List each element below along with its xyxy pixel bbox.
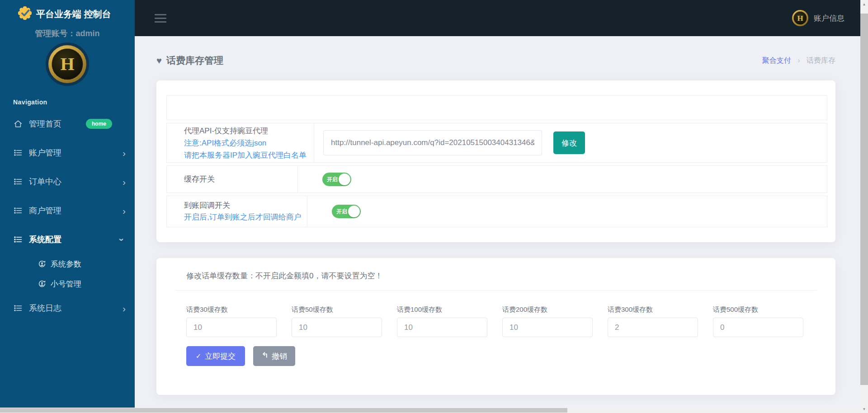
home-icon	[14, 119, 23, 128]
main-content: ♥ 话费库存管理 聚合支付 › 话费库存 代理API-仅支持豌豆代理 注意:AP…	[135, 36, 860, 408]
list-icon	[14, 148, 23, 157]
divider	[175, 290, 817, 291]
topbar-avatar: H	[792, 10, 808, 26]
hamburger-menu-icon[interactable]	[154, 11, 167, 25]
proxy-api-title: 代理API-仅支持豌豆代理	[184, 125, 314, 137]
proxy-api-note-1: 注意:API格式必须选json	[184, 137, 314, 149]
cache-toggle[interactable]: 开启	[322, 173, 351, 186]
callback-switch-labels: 到账回调开关 开启后,订单到账之后才回调给商户	[167, 196, 307, 227]
stock-note: 修改话单缓存数量：不开启此金额填0，请不要设置为空！	[186, 271, 808, 281]
modify-button[interactable]: 修改	[553, 131, 585, 154]
stock-fields: 话费30缓存数 话费50缓存数 话费100缓存数 话费200缓存数 话费300缓…	[186, 305, 808, 337]
vertical-scrollbar-thumb[interactable]	[860, 14, 868, 385]
stock-field-label: 话费300缓存数	[608, 305, 698, 314]
chevron-right-icon: ›	[123, 148, 126, 158]
user-sync-icon	[38, 280, 46, 288]
stock-field-100: 话费100缓存数	[397, 305, 487, 337]
brand[interactable]: 平台业务端 控制台	[0, 0, 135, 22]
account-info-label: 账户信息	[814, 13, 844, 23]
sidebar-item-label: 商户管理	[29, 205, 61, 216]
list-icon	[14, 235, 23, 244]
sidebar: 平台业务端 控制台 管理账号：admin H Navigation 管理首页 h…	[0, 0, 135, 413]
stock-100-input[interactable]	[397, 318, 487, 337]
callback-toggle-label: 开启	[336, 208, 347, 216]
cache-switch-row: 缓存开关 开启	[166, 165, 827, 193]
stock-50-input[interactable]	[292, 318, 382, 337]
brand-badge-icon	[18, 6, 32, 22]
cache-toggle-label: 开启	[327, 175, 338, 183]
sidebar-avatar[interactable]: H	[46, 42, 89, 86]
sidebar-subitem-label: 系统参数	[51, 259, 81, 269]
breadcrumb: 聚合支付 › 话费库存	[762, 56, 835, 66]
chevron-right-icon: ›	[123, 177, 126, 187]
config-card: 代理API-仅支持豌豆代理 注意:API格式必须选json 请把本服务器IP加入…	[156, 80, 835, 242]
undo-button[interactable]: 撤销	[253, 346, 295, 366]
topbar: H 账户信息	[135, 0, 860, 36]
scroll-down-arrow-icon[interactable]: ▼	[860, 405, 868, 413]
sidebar-item-label: 账户管理	[29, 147, 61, 158]
stock-field-label: 话费500缓存数	[713, 305, 803, 314]
check-icon: ✓	[196, 352, 202, 360]
sidebar-item-label: 系统配置	[29, 234, 61, 245]
stock-actions: ✓ 立即提交 撤销	[186, 346, 808, 366]
stock-field-label: 话费30缓存数	[186, 305, 277, 314]
proxy-api-input[interactable]	[323, 130, 542, 155]
page-title: ♥ 话费库存管理	[156, 54, 223, 67]
stock-card: 修改话单缓存数量：不开启此金额填0，请不要设置为空！ 话费30缓存数 话费50缓…	[156, 258, 835, 395]
sidebar-item-label: 订单中心	[29, 176, 61, 187]
stock-30-input[interactable]	[186, 318, 277, 337]
proxy-api-row: 代理API-仅支持豌豆代理 注意:API格式必须选json 请把本服务器IP加入…	[166, 123, 827, 163]
stock-field-label: 话费50缓存数	[292, 305, 382, 314]
horizontal-scrollbar[interactable]	[0, 408, 860, 413]
sidebar-item-label: 管理首页	[29, 118, 61, 129]
sidebar-nav: 管理首页 home 账户管理 › 订单中心 ›	[0, 109, 135, 321]
page-header: ♥ 话费库存管理 聚合支付 › 话费库存	[156, 52, 835, 69]
sidebar-item-accounts[interactable]: 账户管理 ›	[0, 138, 135, 167]
admin-account-label: 管理账号：admin	[0, 28, 135, 39]
stock-200-input[interactable]	[502, 318, 593, 337]
account-info-button[interactable]: H 账户信息	[792, 10, 844, 26]
stock-500-input[interactable]	[713, 318, 803, 337]
brand-title: 平台业务端 控制台	[36, 8, 111, 20]
nav-section-label: Navigation	[13, 99, 135, 106]
callback-switch-hint: 开启后,订单到账之后才回调给商户	[184, 211, 307, 223]
sidebar-item-dashboard[interactable]: 管理首页 home	[0, 109, 135, 138]
chevron-down-icon: ›	[118, 238, 127, 241]
callback-toggle[interactable]: 开启	[332, 205, 361, 218]
sidebar-item-merchants[interactable]: 商户管理 ›	[0, 196, 135, 225]
list-icon	[14, 206, 23, 215]
toggle-knob	[339, 174, 350, 185]
heart-icon: ♥	[156, 56, 162, 66]
sidebar-subitem-alt-accounts[interactable]: 小号管理	[0, 274, 135, 294]
list-icon	[14, 304, 23, 313]
vertical-scrollbar[interactable]: ▲ ▼	[860, 0, 868, 413]
callback-switch-row: 到账回调开关 开启后,订单到账之后才回调给商户 开启	[166, 196, 827, 227]
breadcrumb-separator: ›	[797, 56, 800, 64]
callback-switch-label: 到账回调开关	[184, 200, 307, 211]
config-empty-row	[166, 95, 827, 120]
stock-300-input[interactable]	[608, 318, 698, 337]
sidebar-item-system-config[interactable]: 系统配置 ›	[0, 225, 135, 254]
proxy-api-labels: 代理API-仅支持豌豆代理 注意:API格式必须选json 请把本服务器IP加入…	[167, 123, 314, 162]
stock-field-50: 话费50缓存数	[292, 305, 382, 337]
coin-logo: H	[48, 45, 86, 83]
user-sync-icon	[38, 260, 46, 268]
stock-field-label: 话费200缓存数	[502, 305, 593, 314]
home-badge: home	[86, 119, 112, 129]
stock-field-200: 话费200缓存数	[502, 305, 593, 337]
stock-field-30: 话费30缓存数	[186, 305, 277, 337]
proxy-api-note-2: 请把本服务器IP加入豌豆代理白名单	[184, 149, 314, 161]
stock-field-300: 话费300缓存数	[608, 305, 698, 337]
list-icon	[14, 177, 23, 186]
sidebar-item-orders[interactable]: 订单中心 ›	[0, 167, 135, 196]
submit-button[interactable]: ✓ 立即提交	[186, 346, 245, 366]
horizontal-scrollbar-thumb[interactable]	[0, 408, 567, 413]
sidebar-subitem-system-params[interactable]: 系统参数	[0, 254, 135, 274]
chevron-right-icon: ›	[123, 206, 126, 216]
scroll-up-arrow-icon[interactable]: ▲	[860, 0, 868, 8]
stock-field-500: 话费500缓存数	[713, 305, 803, 337]
chevron-right-icon: ›	[123, 304, 126, 313]
sidebar-item-system-logs[interactable]: 系统日志 ›	[0, 296, 135, 321]
breadcrumb-parent-link[interactable]: 聚合支付	[762, 56, 791, 64]
cache-switch-label: 缓存开关	[167, 166, 298, 192]
